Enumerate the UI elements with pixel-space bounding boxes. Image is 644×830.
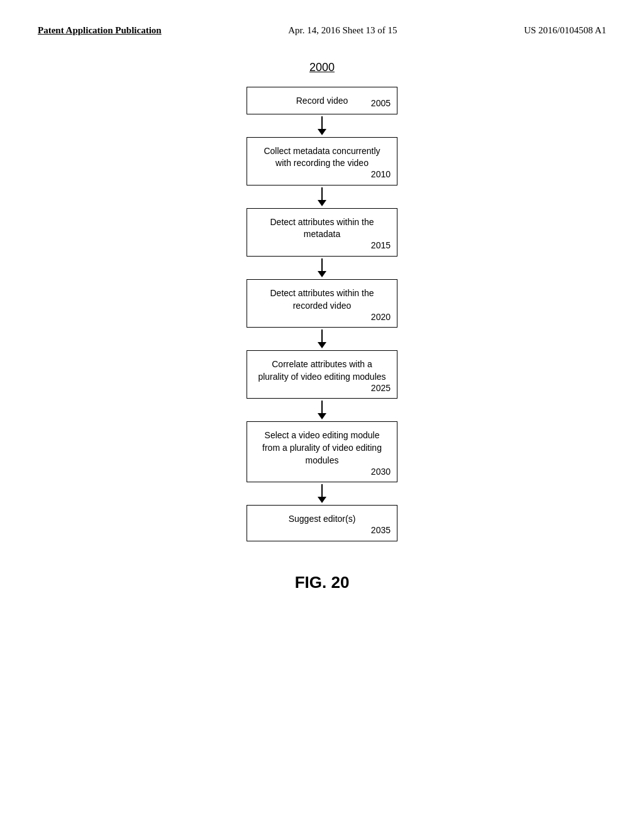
flow-box-2010-text: Collect metadata concurrently with recor…: [264, 146, 380, 169]
arrow-line-1: [321, 116, 323, 129]
arrow-line-5: [321, 401, 323, 413]
flow-box-2030-number: 2030: [371, 466, 391, 479]
flowchart: 2000 Record video 2005 Collect metadata …: [38, 61, 606, 541]
arrow-4: [318, 328, 326, 350]
flow-box-2005-number: 2005: [371, 97, 391, 110]
arrow-3: [318, 257, 326, 279]
arrow-head-1: [318, 129, 326, 135]
flow-box-2015: Detect attributes within the metadata 20…: [247, 208, 397, 257]
arrow-head-6: [318, 497, 326, 503]
flow-box-2035: Suggest editor(s) 2035: [247, 505, 397, 541]
header-publication-label: Patent Application Publication: [38, 25, 162, 36]
flow-box-2020-number: 2020: [371, 311, 391, 324]
arrow-5: [318, 399, 326, 421]
figure-caption: FIG. 20: [38, 573, 606, 592]
flow-box-2005-text: Record video: [296, 96, 348, 106]
flow-box-2015-number: 2015: [371, 240, 391, 252]
arrow-head-4: [318, 342, 326, 348]
arrow-line-6: [321, 484, 323, 497]
arrow-line-2: [321, 187, 323, 200]
arrow-1: [318, 114, 326, 137]
flow-box-2030-text: Select a video editing module from a plu…: [262, 430, 382, 465]
flow-box-2035-number: 2035: [371, 524, 391, 537]
flow-box-2010: Collect metadata concurrently with recor…: [247, 137, 397, 185]
arrow-head-2: [318, 200, 326, 206]
arrow-line-3: [321, 258, 323, 271]
page: Patent Application Publication Apr. 14, …: [0, 0, 644, 830]
flow-box-2020-text: Detect attributes within the recorded vi…: [270, 288, 374, 311]
flow-box-2010-number: 2010: [371, 169, 391, 181]
diagram-label: 2000: [309, 61, 335, 74]
page-header: Patent Application Publication Apr. 14, …: [38, 25, 606, 36]
arrow-6: [318, 482, 326, 505]
arrow-2: [318, 185, 326, 208]
flow-box-2030: Select a video editing module from a plu…: [247, 421, 397, 482]
flow-box-2035-text: Suggest editor(s): [289, 514, 356, 524]
header-patent-number: US 2016/0104508 A1: [524, 25, 606, 36]
flow-box-2020: Detect attributes within the recorded vi…: [247, 279, 397, 328]
flow-box-2025-number: 2025: [371, 382, 391, 395]
flow-box-2025-text: Correlate attributes with a plurality of…: [258, 359, 386, 382]
arrow-head-3: [318, 271, 326, 277]
flow-box-2005: Record video 2005: [247, 87, 397, 114]
arrow-head-5: [318, 413, 326, 419]
flow-box-2015-text: Detect attributes within the metadata: [270, 217, 374, 240]
flow-box-2025: Correlate attributes with a plurality of…: [247, 350, 397, 399]
arrow-line-4: [321, 329, 323, 342]
header-date-sheet: Apr. 14, 2016 Sheet 13 of 15: [288, 25, 397, 36]
